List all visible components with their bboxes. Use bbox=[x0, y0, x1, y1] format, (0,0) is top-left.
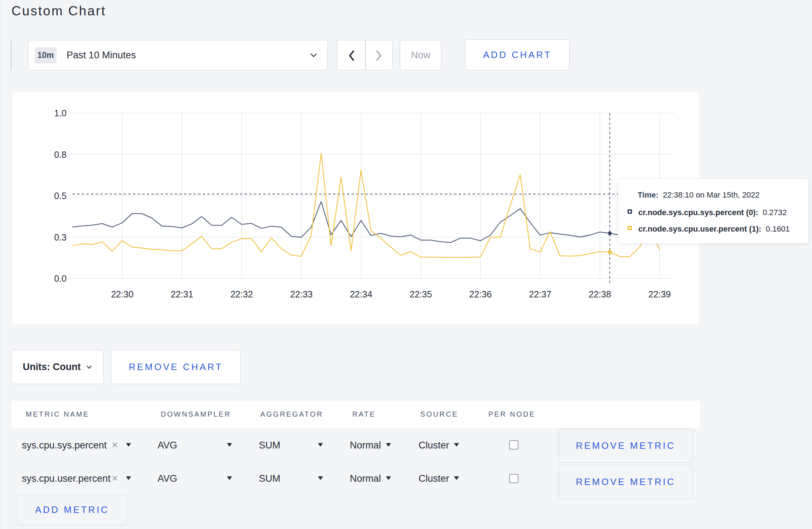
svg-text:22:35: 22:35 bbox=[410, 289, 432, 299]
svg-text:22:39: 22:39 bbox=[648, 289, 671, 299]
svg-text:22:38: 22:38 bbox=[589, 289, 611, 299]
svg-text:22:33: 22:33 bbox=[290, 289, 313, 299]
svg-text:0.0: 0.0 bbox=[54, 273, 67, 283]
svg-text:22:31: 22:31 bbox=[171, 289, 193, 299]
svg-text:0.5: 0.5 bbox=[54, 191, 67, 201]
svg-text:1.0: 1.0 bbox=[54, 108, 67, 118]
svg-text:22:30: 22:30 bbox=[111, 289, 134, 299]
svg-text:22:37: 22:37 bbox=[529, 289, 552, 299]
svg-text:22:36: 22:36 bbox=[469, 289, 492, 299]
svg-text:22:34: 22:34 bbox=[350, 289, 372, 299]
svg-text:22:32: 22:32 bbox=[231, 289, 253, 299]
svg-text:0.8: 0.8 bbox=[54, 150, 67, 160]
svg-text:0.3: 0.3 bbox=[54, 232, 67, 242]
